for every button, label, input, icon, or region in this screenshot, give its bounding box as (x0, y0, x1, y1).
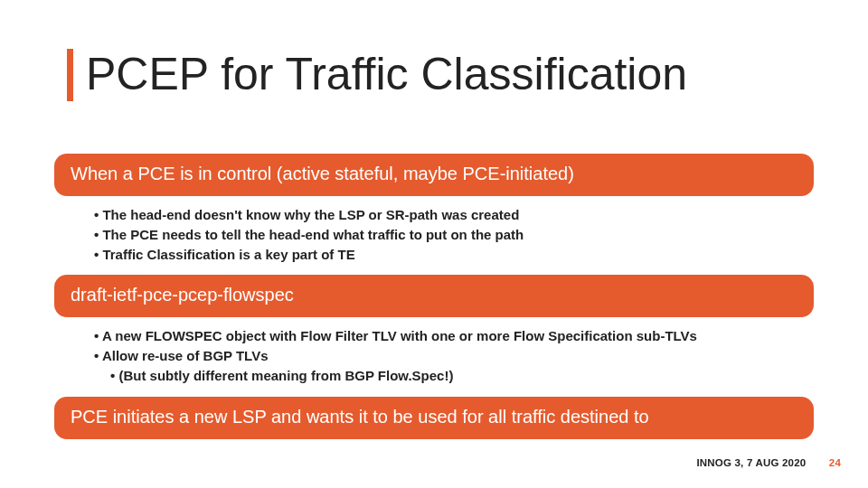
section-heading-text: PCE initiates a new LSP and wants it to … (71, 406, 797, 428)
section-heading-2: PCE initiates a new LSP and wants it to … (54, 397, 814, 439)
content-stack: When a PCE is in control (active statefu… (54, 154, 814, 441)
title-accent-bar (67, 49, 73, 101)
bullet: Traffic Classification is a key part of … (94, 245, 790, 265)
section-heading-text: When a PCE is in control (active statefu… (71, 163, 797, 185)
bullet-indented: (But subtly different meaning from BGP F… (94, 366, 790, 386)
bullet: The head-end doesn't know why the LSP or… (94, 205, 790, 225)
section-heading-1: draft-ietf-pce-pcep-flowspec (54, 275, 814, 317)
section-heading-text: draft-ietf-pce-pcep-flowspec (71, 284, 797, 306)
slide-title: PCEP for Traffic Classification (86, 49, 687, 101)
section-bullets-0: The head-end doesn't know why the LSP or… (74, 198, 805, 273)
bullet: Allow re-use of BGP TLVs (94, 346, 790, 366)
slide-footer: INNOG 3, 7 AUG 2020 24 (696, 457, 841, 468)
bullet: The PCE needs to tell the head-end what … (94, 225, 790, 245)
footer-page-number: 24 (829, 457, 841, 468)
section-heading-0: When a PCE is in control (active statefu… (54, 154, 814, 196)
section-bullets-1: A new FLOWSPEC object with Flow Filter T… (74, 319, 805, 394)
footer-event: INNOG 3, 7 AUG 2020 (696, 457, 806, 468)
bullet: A new FLOWSPEC object with Flow Filter T… (94, 326, 790, 346)
title-block: PCEP for Traffic Classification (67, 49, 687, 101)
